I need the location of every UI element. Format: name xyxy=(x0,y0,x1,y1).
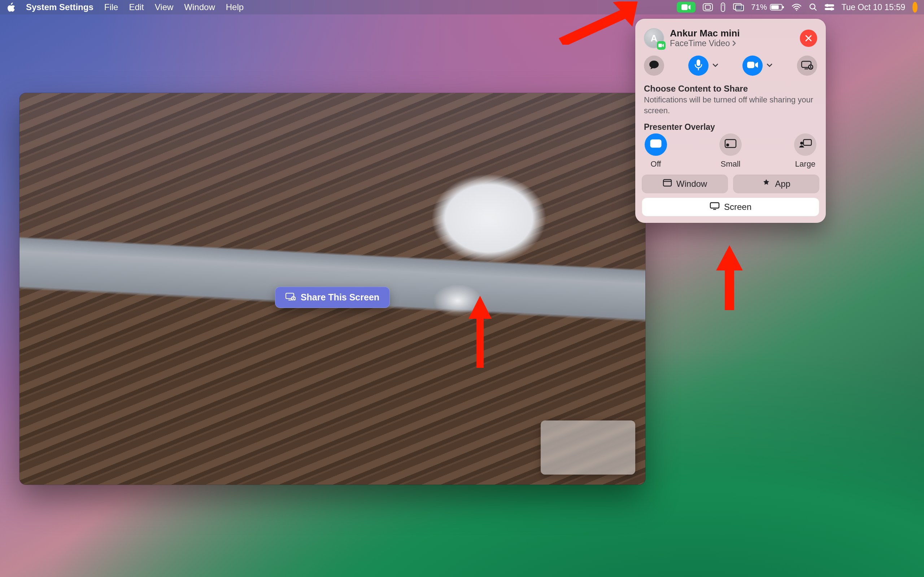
share-screen-button[interactable]: Screen xyxy=(642,198,819,216)
annotation-arrow-share-button xyxy=(465,296,494,368)
svg-point-32 xyxy=(800,142,803,145)
mute-mic-button[interactable] xyxy=(688,56,719,76)
call-type[interactable]: FaceTime Video xyxy=(670,39,794,48)
svg-rect-22 xyxy=(747,62,754,68)
svg-rect-9 xyxy=(782,6,784,8)
overlay-option-small[interactable]: Small xyxy=(719,134,742,169)
share-window-button[interactable]: Window xyxy=(642,174,728,193)
svg-rect-28 xyxy=(651,140,661,147)
share-content-button[interactable] xyxy=(797,56,817,76)
share-content-icon xyxy=(801,60,813,71)
overlay-small-label: Small xyxy=(720,160,740,169)
video-icon xyxy=(747,61,758,70)
call-controls-row xyxy=(642,53,819,82)
apple-menu-icon[interactable] xyxy=(7,3,15,12)
svg-rect-29 xyxy=(725,140,736,148)
app-icon xyxy=(762,179,771,189)
share-app-button[interactable]: App xyxy=(733,174,819,193)
svg-point-15 xyxy=(830,8,833,10)
facetime-call-header: A Ankur Mac mini FaceTime Video xyxy=(642,25,819,53)
menu-file[interactable]: File xyxy=(104,2,118,12)
facetime-window: Share This Screen xyxy=(19,93,645,485)
screen-icon xyxy=(709,202,720,212)
messages-button[interactable] xyxy=(644,56,664,76)
overlay-off-icon xyxy=(650,139,662,150)
battery-status[interactable]: 71% xyxy=(751,2,784,13)
svg-point-10 xyxy=(796,10,797,11)
svg-point-26 xyxy=(810,66,811,67)
svg-rect-8 xyxy=(771,5,779,10)
svg-rect-34 xyxy=(710,203,719,208)
menu-window[interactable]: Window xyxy=(184,2,215,12)
overlay-large-label: Large xyxy=(795,160,815,169)
share-this-screen-button[interactable]: Share This Screen xyxy=(275,287,390,308)
choose-content-subtitle: Notifications will be turned off while s… xyxy=(642,95,819,121)
overlay-off-label: Off xyxy=(651,160,661,169)
annotation-arrow-screen-button xyxy=(713,245,746,310)
caller-avatar[interactable]: A xyxy=(644,28,664,48)
svg-rect-31 xyxy=(803,140,811,145)
menubar-clock[interactable]: Tue Oct 10 15:59 xyxy=(842,2,905,13)
mic-options-chevron-icon[interactable] xyxy=(712,62,719,69)
menubar: System Settings File Edit View Window He… xyxy=(0,0,924,15)
svg-rect-2 xyxy=(705,5,710,10)
camera-options-chevron-icon[interactable] xyxy=(766,62,773,69)
overlay-option-off[interactable]: Off xyxy=(645,134,667,169)
svg-rect-33 xyxy=(663,180,671,186)
svg-point-19 xyxy=(293,297,294,298)
facetime-self-view[interactable] xyxy=(541,421,635,475)
share-this-screen-label: Share This Screen xyxy=(300,292,380,303)
annotation-arrow-menubar-facetime xyxy=(559,2,638,45)
updates-icon[interactable] xyxy=(720,2,726,13)
facetime-status-icon[interactable] xyxy=(677,2,696,13)
control-center-icon[interactable] xyxy=(825,2,834,13)
overlay-small-icon xyxy=(724,139,737,150)
svg-point-14 xyxy=(826,4,829,7)
mic-in-use-indicator-icon xyxy=(913,2,918,13)
window-icon xyxy=(663,179,672,189)
svg-rect-6 xyxy=(736,5,743,11)
overlay-option-large[interactable]: Large xyxy=(794,134,816,169)
menu-view[interactable]: View xyxy=(155,2,174,12)
end-call-button[interactable] xyxy=(800,29,817,47)
presenter-overlay-title: Presenter Overlay xyxy=(642,121,819,133)
menu-edit[interactable]: Edit xyxy=(129,2,144,12)
svg-point-4 xyxy=(722,4,723,5)
presenter-overlay-options: Off Small Large xyxy=(642,133,819,174)
overlay-large-icon xyxy=(798,139,812,150)
messages-icon xyxy=(649,60,659,71)
screen-mirroring-icon[interactable] xyxy=(733,2,744,13)
svg-rect-0 xyxy=(682,4,688,10)
share-screen-icon xyxy=(286,292,296,303)
spotlight-icon[interactable] xyxy=(809,2,817,13)
microphone-icon xyxy=(695,59,703,72)
svg-point-30 xyxy=(726,143,729,147)
app-name[interactable]: System Settings xyxy=(26,2,94,12)
battery-percent: 71% xyxy=(751,3,767,12)
wifi-icon[interactable] xyxy=(792,2,802,13)
svg-rect-20 xyxy=(658,44,662,47)
choose-content-title: Choose Content to Share xyxy=(642,82,819,95)
caller-name: Ankur Mac mini xyxy=(670,28,794,39)
camera-toggle-button[interactable] xyxy=(743,56,773,76)
svg-rect-21 xyxy=(696,60,700,66)
share-screen-label: Screen xyxy=(724,202,751,212)
stage-manager-icon[interactable] xyxy=(703,2,713,13)
menu-help[interactable]: Help xyxy=(226,2,244,12)
share-window-label: Window xyxy=(677,179,707,189)
svg-point-11 xyxy=(810,4,815,9)
share-app-label: App xyxy=(775,179,790,189)
svg-rect-3 xyxy=(721,3,725,11)
facetime-controls-panel: A Ankur Mac mini FaceTime Video xyxy=(635,19,826,223)
facetime-badge-icon xyxy=(657,41,666,50)
